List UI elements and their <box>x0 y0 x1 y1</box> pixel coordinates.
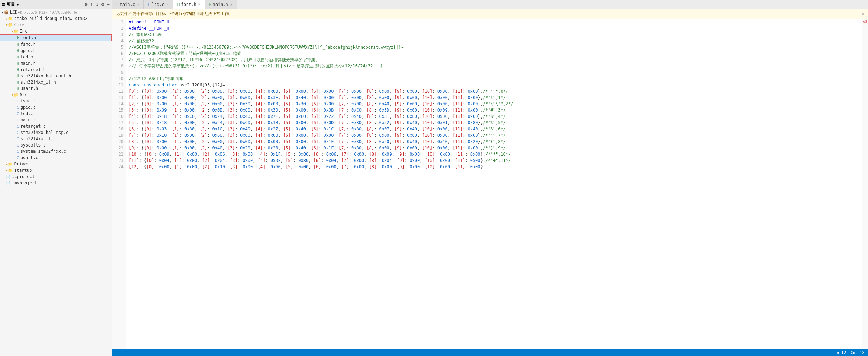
tree-item-usart-h[interactable]: Husart.h <box>0 85 112 92</box>
tree-item-label: stm32f4xx_it.h <box>21 80 56 85</box>
code-line-24: [12]: {[0]: 0x00, [1]: 0x00, [2]: 0x10, … <box>129 164 859 170</box>
code-line-5: //ASCII字符集：!"#$%&'()*++,-./0123456789:;<… <box>129 44 859 50</box>
tree-item-stm32f4xx_hal_msp-c[interactable]: Cstm32f4xx_hal_msp.c <box>0 129 112 136</box>
tree-item-lcd-c[interactable]: Clcd.c <box>0 111 112 117</box>
tab-close-button[interactable]: × <box>137 3 139 7</box>
line-number-1: 1 <box>114 19 124 25</box>
tree-item-cproject[interactable]: 📄.cproject <box>0 173 112 180</box>
tree-item-label: usart.h <box>21 86 38 91</box>
tab-file-icon: H <box>177 2 180 7</box>
tree-item-gpio-c[interactable]: Cgpio.c <box>0 104 112 111</box>
macro-text: #ifndef __FONT_H <box>129 20 169 24</box>
sidebar-header: ≡ 项目 ▾ ⊕ ↑ ↓ ⚙ − <box>0 0 112 9</box>
error-indicator: ×3 <box>863 20 867 24</box>
line-number-19: 19 <box>114 132 124 138</box>
line-number-10: 10 <box>114 76 124 82</box>
header-file-icon: H <box>17 86 19 91</box>
comment-text: // 总共：3个字符集（12*12、16*16、24*24和32*32），用户可… <box>129 57 320 62</box>
tree-item-drivers[interactable]: ▸📁Drivers <box>0 161 112 167</box>
tab-close-button[interactable]: × <box>230 3 232 7</box>
data-line-text: [1]: {[0]: 0x00, [1]: 0x00, [2]: 0x00, [… <box>129 95 506 100</box>
tab-label: main.h <box>213 2 228 7</box>
code-line-12: [0]: {[0]: 0x00, [1]: 0x00, [2]: 0x00, [… <box>129 88 859 94</box>
tree-item-startup[interactable]: ▸📁startup <box>0 167 112 173</box>
code-line-13: [1]: {[0]: 0x00, [1]: 0x00, [2]: 0x00, [… <box>129 94 859 101</box>
tab-close-button[interactable]: × <box>167 3 169 7</box>
toolbar-icons: ⊕ ↑ ↓ ⚙ − <box>85 2 110 7</box>
tree-item-stm32f4xx_it-h[interactable]: Hstm32f4xx_it.h <box>0 79 112 85</box>
comment-text: // 偏移量32 <box>129 38 154 43</box>
c-file-icon: C <box>17 118 19 122</box>
tree-item-label: .cproject <box>12 174 35 179</box>
code-content[interactable]: #ifndef __FONT_H#define __FONT_H// 常用ASC… <box>126 19 862 349</box>
tab-font-h-tab[interactable]: Hfont.h× <box>173 0 205 9</box>
tree-item-core[interactable]: ▾📁Core <box>0 22 112 28</box>
line-number-4: 4 <box>114 38 124 44</box>
sidebar: ≡ 项目 ▾ ⊕ ↑ ↓ ⚙ − ▾📦LCD- D:/Job/STM32/F40… <box>0 0 112 356</box>
tree-item-main-c[interactable]: Cmain.c <box>0 117 112 123</box>
tab-lcd-c-tab[interactable]: Clcd.c× <box>144 0 173 9</box>
tab-main-c-tab[interactable]: Cmain.c× <box>112 0 144 9</box>
tree-item-fsmc-c[interactable]: Cfsmc.c <box>0 98 112 104</box>
tree-item-lcd-root[interactable]: ▾📦LCD- D:/Job/STM32/F407/CubeMX-HA <box>0 9 112 15</box>
c-file-icon: C <box>17 124 19 129</box>
data-line-text: [8]: {[0]: 0x00, [1]: 0x00, [2]: 0x00, [… <box>129 139 506 144</box>
tree-item-label: lcd.h <box>21 55 33 59</box>
tree-item-stm32f4xx_hal_conf-h[interactable]: Hstm32f4xx_hal_conf.h <box>0 73 112 79</box>
tab-main-h-tab[interactable]: Hmain.h× <box>205 0 237 9</box>
tree-item-label: usart.c <box>21 155 38 160</box>
tree-item-syscalls-c[interactable]: Csyscalls.c <box>0 142 112 148</box>
data-line-text: [6]: {[0]: 0x03, [1]: 0x80, [2]: 0x1C, [… <box>129 127 506 131</box>
code-line-9 <box>129 69 859 76</box>
code-line-16: [4]: {[0]: 0x18, [1]: 0xC0, [2]: 0x24, [… <box>129 113 859 120</box>
header-file-icon: H <box>17 49 19 53</box>
folder-icon: ▾📁 <box>6 23 13 27</box>
tree-item-inc[interactable]: ▾📁Inc <box>0 28 112 34</box>
line-number-3: 3 <box>114 31 124 38</box>
tree-item-usart-c[interactable]: Cusart.c <box>0 155 112 161</box>
tab-close-button[interactable]: × <box>198 2 201 6</box>
line-number-14: 14 <box>114 101 124 107</box>
data-line-text: [4]: {[0]: 0x18, [1]: 0xC0, [2]: 0x24, [… <box>129 114 506 119</box>
line-number-13: 13 <box>114 94 124 101</box>
tree-item-label: stm32f4xx_hal_msp.c <box>21 130 69 135</box>
tree-item-label: font.h <box>21 35 36 40</box>
tree-item-label: retarget.c <box>21 124 46 129</box>
tree-item-label: LCD- <box>10 10 20 15</box>
tree-item-label: Inc <box>20 29 28 34</box>
warning-close-button[interactable]: × <box>861 10 864 17</box>
line-number-15: 15 <box>114 107 124 113</box>
data-line-text: [0]: {[0]: 0x00, [1]: 0x00, [2]: 0x00, [… <box>129 89 508 94</box>
line-number-23: 23 <box>114 157 124 164</box>
folder-icon: ▾📁 <box>11 93 19 97</box>
data-line-text: [3]: {[0]: 0x09, [1]: 0x00, [2]: 0x0B, [… <box>129 108 506 113</box>
tree-item-label: fsmc.h <box>21 42 36 47</box>
tab-file-icon: C <box>116 2 119 7</box>
tree-item-main-h[interactable]: Hmain.h <box>0 60 112 66</box>
code-text: const unsigned char asc2_1206[95][12]={ <box>129 83 227 87</box>
tree-item-gpio-h[interactable]: Hgpio.h <box>0 48 112 54</box>
tree-item-label: main.c <box>21 118 36 122</box>
tree-item-cmake-build[interactable]: ▸📁cmake-build-debug-mingw-stm32 <box>0 15 112 22</box>
warning-text: 此文件不属于任何项目目标；代码洞察功能可能无法正常工作。 <box>115 11 233 17</box>
tree-item-label: startup <box>14 168 32 173</box>
tree-item-font-h[interactable]: Hfont.h <box>0 34 112 41</box>
tree-item-retarget-h[interactable]: Hretarget.h <box>0 66 112 73</box>
tree-item-label: lcd.c <box>21 111 33 116</box>
tree-item-src[interactable]: ▾📁Src <box>0 92 112 98</box>
comment-text: //12*12 ASCII字符集点阵 <box>129 76 183 81</box>
tree-item-fsmc-h[interactable]: Hfsmc.h <box>0 41 112 48</box>
tab-bar: Cmain.c×Clcd.c×Hfont.h×Hmain.h× <box>112 0 868 9</box>
tree-item-retarget-c[interactable]: Cretarget.c <box>0 123 112 129</box>
main-area: Cmain.c×Clcd.c×Hfont.h×Hmain.h× 此文件不属于任何… <box>112 0 868 356</box>
tree-item-label: stm32f4xx_it.c <box>21 136 56 141</box>
header-file-icon: H <box>17 36 20 40</box>
tree-item-mxproject[interactable]: 📄.mxproject <box>0 180 112 186</box>
tree-item-lcd-h[interactable]: Hlcd.h <box>0 54 112 60</box>
line-number-6: 6 <box>114 50 124 57</box>
code-line-11: const unsigned char asc2_1206[95][12]={ <box>129 82 859 88</box>
tree-item-stm32f4xx_it-c[interactable]: Cstm32f4xx_it.c <box>0 136 112 142</box>
tree-item-label: Src <box>20 92 28 97</box>
tree-item-system_stm32f4xx-c[interactable]: Csystem_stm32f4xx.c <box>0 148 112 155</box>
folder-icon: ▸📁 <box>6 16 13 21</box>
